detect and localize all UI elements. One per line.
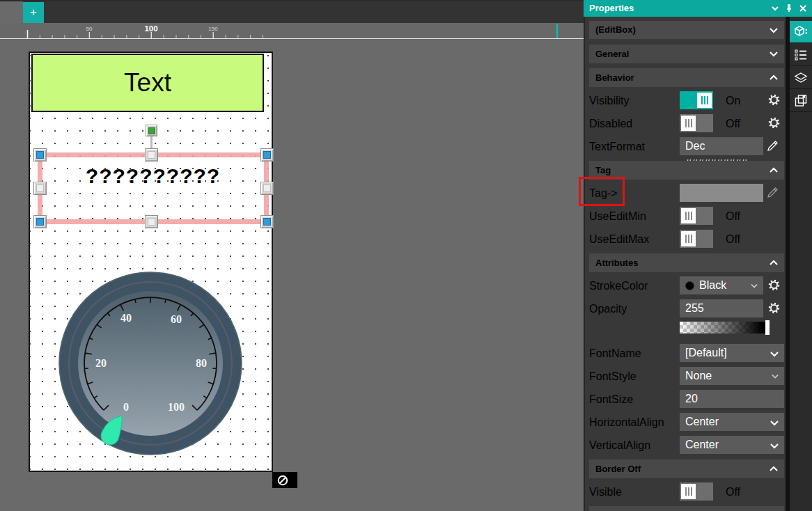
- panel-menu-chevron-icon[interactable]: [770, 3, 780, 13]
- gear-icon[interactable]: [768, 117, 780, 129]
- resize-handle-top-middle[interactable]: [145, 148, 158, 162]
- chevron-up-icon: [769, 166, 779, 174]
- property-label: Visibility: [589, 95, 630, 107]
- tag-input[interactable]: [680, 184, 763, 202]
- horizontalalign-dropdown[interactable]: Center: [680, 413, 784, 431]
- chevron-down-icon: [771, 373, 779, 379]
- textformat-input[interactable]: Dec ##########: [680, 137, 763, 155]
- resize-handle-bottom-right[interactable]: [260, 215, 274, 228]
- tab-bar: +: [23, 1, 584, 23]
- section-next-partial[interactable]: [589, 506, 784, 511]
- add-tab-button[interactable]: +: [23, 2, 44, 23]
- design-canvas[interactable]: Text: [29, 52, 273, 472]
- resize-handle-bottom-left[interactable]: [33, 215, 47, 228]
- chevron-down-icon: [770, 442, 779, 450]
- toggle-state: Off: [726, 486, 740, 498]
- tab-property-list-view[interactable]: [790, 44, 812, 66]
- text-widget[interactable]: Text: [31, 54, 264, 112]
- svg-text:20: 20: [95, 357, 107, 369]
- section-border[interactable]: Border Off: [589, 459, 784, 478]
- opacity-input[interactable]: 255: [680, 299, 763, 317]
- chevron-down-icon: [770, 419, 779, 427]
- widget-type-label: (EditBox): [595, 21, 636, 39]
- section-label: Border Off: [595, 459, 641, 478]
- ruler-cursor-marker: [556, 24, 558, 38]
- property-label: TextFormat: [589, 141, 645, 153]
- widget-type-selector[interactable]: (EditBox): [589, 21, 784, 39]
- property-label: FontSize: [589, 393, 633, 406]
- ruler-label-100: 100: [144, 24, 157, 33]
- close-icon[interactable]: [798, 3, 808, 13]
- property-label: StrokeColor: [589, 280, 648, 292]
- toggle-state: On: [726, 95, 740, 107]
- ruler-ticks: 50 100 150: [0, 23, 584, 39]
- resize-handle-bottom-middle[interactable]: [145, 215, 158, 228]
- ruler-label-50: 50: [86, 26, 93, 32]
- designer-window: + 50 100 150: [0, 0, 812, 511]
- section-attributes[interactable]: Attributes: [589, 253, 784, 272]
- svg-text:60: 60: [171, 313, 182, 325]
- section-general[interactable]: General: [589, 45, 784, 63]
- fontsize-input[interactable]: 20: [680, 390, 784, 408]
- useeditmin-toggle[interactable]: [680, 207, 713, 225]
- toggle-state: Off: [726, 118, 740, 130]
- tab-layers-view[interactable]: [790, 67, 812, 89]
- fontname-dropdown[interactable]: [Default]: [680, 344, 784, 362]
- gauge-widget[interactable]: 0 20 40 60 80 100: [56, 269, 246, 458]
- properties-title: Properties: [589, 0, 634, 17]
- ruler-label-150: 150: [208, 26, 218, 32]
- fontstyle-dropdown[interactable]: None: [680, 367, 784, 385]
- pages-icon: [794, 94, 808, 107]
- chevron-down-icon: [770, 350, 779, 358]
- pin-icon[interactable]: [784, 3, 794, 13]
- pencil-icon[interactable]: [765, 139, 779, 153]
- gear-icon[interactable]: [768, 279, 780, 291]
- disabled-toggle[interactable]: [680, 114, 713, 132]
- section-label: Attributes: [595, 253, 638, 272]
- row-useeditmax: UseEditMax Off: [584, 230, 786, 248]
- visibility-toggle[interactable]: [680, 91, 713, 109]
- section-label: Behavior: [595, 68, 634, 87]
- chevron-up-icon: [769, 259, 779, 267]
- rotate-handle[interactable]: [146, 125, 157, 136]
- svg-text:80: 80: [196, 357, 207, 369]
- row-fontsize: FontSize 20: [584, 390, 786, 408]
- properties-header: Properties: [584, 0, 812, 17]
- opacity-slider[interactable]: [680, 322, 769, 333]
- chevron-up-icon: [769, 465, 779, 473]
- row-opacity-slider: [584, 322, 786, 333]
- layers-icon: [794, 72, 808, 84]
- resize-handle-middle-right[interactable]: [260, 182, 274, 195]
- opacity-slider-handle[interactable]: [765, 320, 770, 335]
- row-verticalalign: VerticalAlign Center: [584, 436, 786, 454]
- row-border-visible: Visible Off: [584, 482, 786, 501]
- property-label: Disabled: [589, 118, 632, 130]
- resize-handle-top-right[interactable]: [260, 148, 274, 162]
- toggle-state: Off: [726, 233, 740, 246]
- dropdown-value: Center: [685, 416, 719, 427]
- section-behavior[interactable]: Behavior: [589, 68, 784, 87]
- tab-properties-view[interactable]: [790, 21, 812, 43]
- editbox-widget[interactable]: ??????????: [39, 164, 267, 188]
- useeditmax-toggle[interactable]: [680, 230, 713, 248]
- gear-icon[interactable]: [768, 94, 780, 106]
- pencil-icon[interactable]: [765, 186, 779, 200]
- border-visible-toggle[interactable]: [680, 482, 713, 501]
- row-fontname: FontName [Default]: [584, 344, 786, 362]
- gear-icon[interactable]: [768, 302, 780, 314]
- horizontal-ruler: 50 100 150: [0, 23, 584, 39]
- verticalalign-dropdown[interactable]: Center: [680, 436, 784, 454]
- row-strokecolor: StrokeColor Black: [584, 276, 786, 294]
- row-visibility: Visibility On: [584, 91, 786, 109]
- resize-handle-top-left[interactable]: [33, 148, 47, 162]
- row-useeditmin: UseEditMin Off: [584, 207, 786, 225]
- row-opacity: Opacity 255: [584, 299, 786, 317]
- cube-properties-icon: [794, 26, 809, 38]
- tab-pages-view[interactable]: [790, 90, 812, 112]
- resize-handle-middle-left[interactable]: [33, 182, 47, 195]
- tag-highlight-rectangle: [579, 177, 625, 206]
- property-label: FontStyle: [589, 370, 637, 383]
- property-label: UseEditMin: [589, 210, 646, 223]
- row-disabled: Disabled Off: [584, 114, 786, 132]
- strokecolor-dropdown[interactable]: Black: [680, 276, 763, 294]
